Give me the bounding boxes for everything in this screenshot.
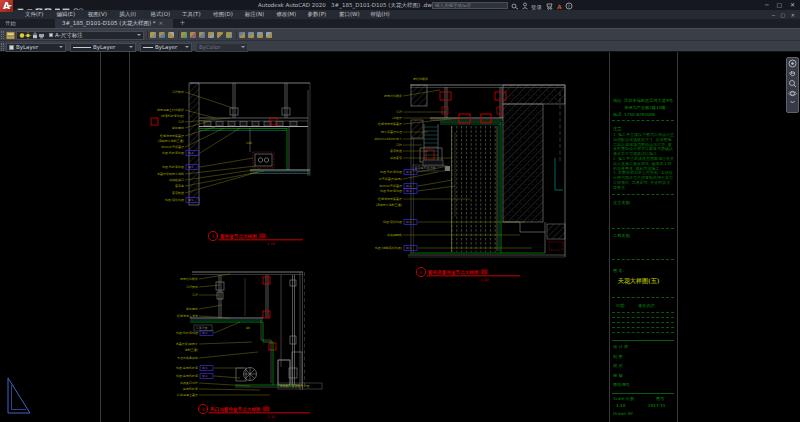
document-window-controls[interactable]: ─ ▢ ✕ [772, 12, 797, 18]
layer-match-icon[interactable] [159, 32, 165, 38]
svg-text:A: A [557, 3, 562, 10]
callout-number: 1 [212, 234, 215, 239]
layer-properties-icon[interactable] [6, 31, 15, 40]
cad-label: (原顶乳胶漆饰面) [161, 114, 184, 118]
titlebar-icons[interactable]: 登录 A ? [511, 2, 601, 10]
callout-title: 窗帘及窗帘盒节点大样图 [428, 269, 479, 276]
plotstyle-dropdown[interactable]: ByColor [196, 43, 248, 52]
leader-line [200, 128, 240, 153]
window-title: Autodesk AutoCAD 2020 3#_185_D101-D105 (… [258, 2, 435, 9]
steering-wheel-icon [788, 59, 797, 68]
window-controls[interactable]: ─ ▢ ✕ [765, 1, 798, 8]
finish-code: W-1 [406, 189, 412, 193]
application-menu-button[interactable]: A [0, 0, 13, 12]
cad-label: (满刷防火涂料三遍) [158, 139, 184, 143]
menu-工具(T)[interactable]: 工具(T) [182, 11, 213, 18]
tb-address2: 华强北产业园2栋10楼 [624, 105, 666, 110]
callout-title-end-mark [259, 233, 266, 238]
finish-code: W-1 [188, 198, 194, 202]
ucs-icon [8, 378, 30, 413]
lineweight-dropdown[interactable]: ByLayer [140, 43, 192, 52]
menu-格式(O)[interactable]: 格式(O) [151, 11, 182, 18]
tab-document[interactable]: 3#_185_D101-D105 (天花大样图) *× [55, 19, 173, 28]
menu-标注(N)[interactable]: 标注(N) [245, 11, 276, 18]
callout-title: 风口与窗帘盒节点大样图 [209, 406, 261, 413]
cad-label: 膨胀螺栓 [172, 126, 184, 130]
tab-close-icon: × [159, 20, 164, 26]
menu-文件(F)[interactable]: 文件(F) [25, 11, 56, 18]
cad-label: 轻钢龙骨骨架基层 [160, 134, 184, 138]
menu-帮助(H)[interactable]: 帮助(H) [370, 11, 401, 18]
leader-line [199, 352, 258, 358]
layers-toolbar: A-尺寸标注 [0, 28, 800, 40]
layer-thaw-icon[interactable] [248, 32, 254, 38]
cad-label: 饰面:(特殊墙纸饰面) [374, 246, 402, 250]
layer-isolate-icon[interactable] [181, 32, 187, 38]
menu-修改(M)[interactable]: 修改(M) [276, 11, 307, 18]
detail-drawing-2: 原有结构楼板吊杆+0面层轻钢龙骨骨架基层防火板基层处理40mm×40mm木方吊码… [374, 77, 565, 282]
menu-插入(I)[interactable]: 插入(I) [119, 11, 150, 18]
menu-编辑(E)[interactable]: 编辑(E) [56, 11, 87, 18]
leader-line [199, 305, 222, 309]
search-input[interactable]: 键入关键字或短语 [432, 2, 508, 9]
menu-窗口(W)[interactable]: 窗口(W) [339, 11, 370, 18]
leader-line [199, 383, 250, 386]
finish-code: W-1 [188, 151, 194, 155]
layer-on-icon[interactable] [226, 32, 232, 38]
tb-sheet-title: 天花大样图(五) [618, 277, 659, 286]
tb-field-label: 校 对 [613, 363, 630, 373]
toolbar-grip[interactable] [1, 31, 4, 39]
layer-lock-icon[interactable] [217, 32, 223, 38]
tb-note-line: 律责任. [613, 186, 674, 191]
callout-title-end-mark [263, 406, 270, 411]
navigation-bar[interactable] [786, 57, 799, 113]
cad-label: 原有结构楼板 [384, 94, 402, 98]
layer-off-icon[interactable] [208, 32, 214, 38]
layer-dropdown[interactable]: A-尺寸标注 [16, 31, 144, 40]
layer-unisolate-icon[interactable] [190, 32, 196, 38]
tb-field-label: 制 图 [613, 354, 630, 364]
navbar-more-icon [788, 99, 797, 105]
cad-label: 饰面:乳胶漆饰面 [161, 165, 184, 169]
callout-scale: 1:10 [480, 278, 489, 282]
toolbar-grip2[interactable] [1, 43, 4, 51]
menu-绘图(D)[interactable]: 绘图(D) [213, 11, 244, 18]
new-tab-button[interactable]: + [178, 19, 187, 28]
cad-label: 9mm石膏板基层 [379, 184, 402, 188]
cad-label: 饰面:乳胶漆饰面 [379, 189, 402, 193]
cad-label: 膨胀螺栓 [186, 307, 198, 311]
tb-date-value: 2017-11 [648, 403, 666, 408]
layer-delete-icon[interactable] [266, 32, 272, 38]
menu-参数(P)[interactable]: 参数(P) [308, 11, 339, 18]
tab-start[interactable]: 开始 [0, 19, 38, 28]
cad-label: 轻钢龙骨骨架基层 [378, 122, 402, 126]
drawing-canvas[interactable]: 吊杆配件原有混凝土结构楼板(原顶乳胶漆饰面)吊杆膨胀螺栓轻钢龙骨骨架基层(满刷防… [0, 52, 800, 422]
cad-label: 饰面:乳胶漆饰面 [161, 151, 184, 155]
cad-label: 成品踢脚线 [387, 233, 402, 237]
finish-code: W-1 [202, 366, 208, 370]
layer-freeze-icon[interactable] [199, 32, 205, 38]
menu-bar: 文件(F)编辑(E)视图(V)插入(I)格式(O)工具(T)绘图(D)标注(N)… [0, 10, 800, 19]
pan-icon [788, 69, 797, 78]
menu-视图(V)[interactable]: 视图(V) [88, 11, 119, 18]
make-layer-current-icon[interactable] [150, 32, 156, 38]
tb-notes-title: 注意: [613, 126, 623, 131]
tb-notes: 1. 施工单位须以下图与工程设计总说明配合现场核对尺寸, 再按图施工如发现现场与… [613, 133, 674, 191]
finish-code: W-1 [202, 374, 208, 378]
callout-scale: 1:10 [267, 242, 276, 246]
tb-field-label: 设 计 师 [613, 344, 630, 354]
tb-scale-label: Scale 比例 [613, 396, 634, 401]
layer-merge-icon[interactable] [257, 32, 263, 38]
cad-label: 吊杆配件 [172, 90, 184, 94]
cad-label: 窗帘轨道 [172, 191, 184, 195]
cad-label: 防火板基层处理 [381, 130, 402, 134]
layer-previous-icon[interactable] [168, 32, 174, 38]
component-tag: 窗帘盒节点详图 [415, 166, 436, 170]
quick-access-toolbar[interactable] [17, 1, 132, 9]
properties-toolbar: ByLayer ByLayer ByLayer ByColor [0, 40, 800, 52]
layer-walk-icon[interactable] [239, 32, 245, 38]
finish-code: W-1 [406, 170, 412, 174]
cad-label: 窗帘盒 [175, 184, 184, 188]
linetype-dropdown[interactable]: ByLayer [70, 43, 136, 52]
color-dropdown[interactable]: ByLayer [6, 43, 66, 52]
